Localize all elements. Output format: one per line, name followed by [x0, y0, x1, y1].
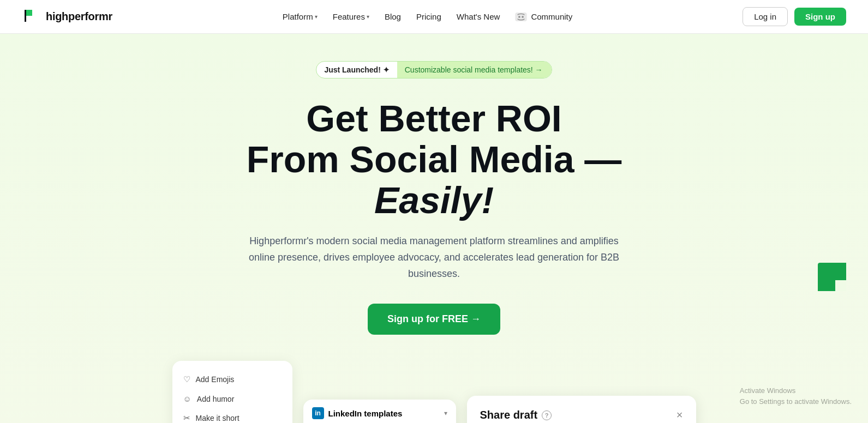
nav-features[interactable]: Features ▾	[326, 8, 376, 26]
cta-signup-button[interactable]: Sign up for FREE →	[368, 304, 500, 335]
chevron-down-icon: ▾	[444, 409, 447, 417]
svg-rect-1	[25, 10, 26, 22]
nav-blog[interactable]: Blog	[378, 8, 408, 26]
linkedin-header: in LinkedIn templates ▾	[303, 400, 456, 423]
share-title: Share draft ?	[480, 409, 552, 421]
nav-actions: Log in Sign up	[743, 7, 846, 26]
logo-icon	[22, 7, 41, 27]
corner-logo-decoration	[818, 263, 846, 291]
share-draft-card: Share draft ? × People with access to th…	[467, 396, 696, 423]
toolbar-card: ♡ Add Emojis ☺ Add humor ✂ Make it short…	[172, 361, 292, 423]
badge-right-text: Customizable social media templates! →	[397, 62, 552, 78]
svg-point-6	[522, 16, 524, 18]
logo-link[interactable]: highperformr	[22, 7, 112, 27]
toolbar-make-short[interactable]: ✂ Make it short	[172, 408, 292, 423]
nav-whats-new[interactable]: What's New	[450, 8, 507, 26]
close-button[interactable]: ×	[677, 409, 683, 421]
preview-area: ♡ Add Emojis ☺ Add humor ✂ Make it short…	[107, 361, 762, 423]
nav-platform[interactable]: Platform ▾	[276, 8, 324, 26]
help-icon: ?	[542, 410, 552, 420]
nav-links: Platform ▾ Features ▾ Blog Pricing What'…	[276, 8, 579, 26]
nav-community[interactable]: Community	[508, 8, 579, 26]
svg-point-5	[518, 16, 520, 18]
share-header: Share draft ? ×	[480, 409, 683, 421]
logo-text: highperformr	[46, 10, 112, 23]
hero-title: Get Better ROI From Social Media — Easil…	[189, 98, 680, 220]
smile-icon: ☺	[183, 394, 191, 403]
signup-button[interactable]: Sign up	[794, 8, 846, 26]
chevron-down-icon: ▾	[367, 14, 369, 20]
chevron-down-icon: ▾	[315, 14, 318, 20]
navbar: highperformr Platform ▾ Features ▾ Blog …	[0, 0, 868, 34]
toolbar-add-emojis[interactable]: ♡ Add Emojis	[172, 370, 292, 389]
scissors-icon: ✂	[183, 413, 190, 423]
discord-icon	[515, 13, 527, 21]
templates-card: in LinkedIn templates ▾ My daily routine…	[303, 400, 456, 423]
linkedin-icon: in	[312, 407, 324, 419]
launch-badge[interactable]: Just Launched! ✦ Customizable social med…	[316, 61, 552, 78]
toolbar-add-humor[interactable]: ☺ Add humor	[172, 389, 292, 408]
hero-subtitle: Highperformr's modern social media manag…	[238, 233, 631, 282]
login-button[interactable]: Log in	[743, 7, 788, 26]
hero-section: Just Launched! ✦ Customizable social med…	[0, 34, 868, 423]
svg-rect-3	[26, 10, 32, 16]
nav-pricing[interactable]: Pricing	[410, 8, 448, 26]
heart-icon: ♡	[183, 374, 190, 384]
badge-left-text: Just Launched! ✦	[316, 62, 397, 78]
